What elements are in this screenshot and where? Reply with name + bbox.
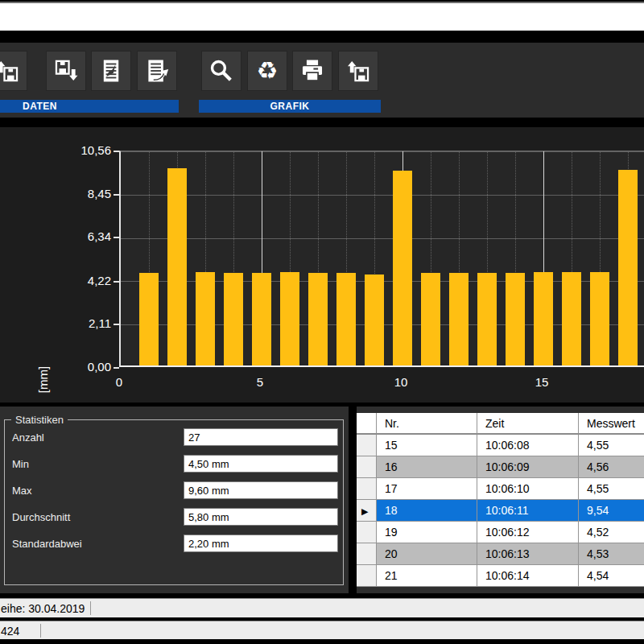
cell-zeit[interactable]: 10:06:10 xyxy=(477,478,579,500)
chart-bar[interactable] xyxy=(590,272,609,365)
stat-value-anzahl[interactable] xyxy=(184,428,338,446)
table-row[interactable]: 1710:06:104,55 xyxy=(357,478,644,500)
export-data-button[interactable] xyxy=(91,51,131,91)
application-window: DATEN♻GRAFIK [mm] 10,568,456,344,222,110… xyxy=(0,0,644,644)
row-header-cell[interactable] xyxy=(357,435,377,456)
status-separator xyxy=(40,624,41,638)
cell-zeit[interactable]: 10:06:12 xyxy=(477,522,579,543)
status-separator xyxy=(90,601,91,615)
stat-value-min[interactable] xyxy=(184,455,338,473)
statistics-groupbox: Statistiken AnzahlMinMaxDurchschnittStan… xyxy=(4,419,344,585)
cell-zeit[interactable]: 10:06:08 xyxy=(477,435,579,456)
measurement-table: Nr.ZeitMesswert1510:06:084,551610:06:094… xyxy=(357,413,644,587)
row-header-cell[interactable] xyxy=(357,478,377,500)
cell-messwert[interactable]: 4,55 xyxy=(579,435,644,456)
y-tick-mark xyxy=(114,367,119,369)
chart-bar[interactable] xyxy=(393,171,412,365)
series-date-text: eihe: 30.04.2019 xyxy=(1,602,85,615)
chart-bar[interactable] xyxy=(167,168,187,365)
chart-bar[interactable] xyxy=(618,170,638,365)
chart-bar[interactable] xyxy=(506,273,525,365)
cell-zeit[interactable]: 10:06:14 xyxy=(477,565,579,587)
column-header-messwert[interactable]: Messwert xyxy=(579,413,644,435)
row-header-cell[interactable] xyxy=(357,543,377,565)
table-row[interactable]: 1610:06:094,56 xyxy=(357,456,644,478)
table-row[interactable]: ▶1810:06:119,54 xyxy=(357,500,644,522)
current-row-icon: ▶ xyxy=(361,506,368,516)
table-row[interactable]: 2110:06:144,54 xyxy=(357,565,644,587)
report-button[interactable] xyxy=(137,51,177,91)
cell-nr[interactable]: 15 xyxy=(377,435,477,456)
cell-nr[interactable]: 20 xyxy=(377,543,477,565)
stat-value-durchschnitt[interactable] xyxy=(184,508,338,526)
plot-area[interactable] xyxy=(119,151,644,367)
chart-bar[interactable] xyxy=(449,273,469,365)
cell-messwert[interactable]: 4,55 xyxy=(579,478,644,500)
cell-messwert[interactable]: 4,56 xyxy=(579,456,644,478)
floppy-up-icon xyxy=(345,57,372,85)
chart-bar[interactable] xyxy=(224,273,243,365)
table-header-row: Nr.ZeitMesswert xyxy=(357,413,644,435)
row-selector-arrow[interactable]: ▶ xyxy=(357,500,377,522)
chart-bar[interactable] xyxy=(280,272,299,365)
chart-bar[interactable] xyxy=(252,273,271,365)
table-row[interactable]: 1910:06:124,52 xyxy=(357,522,644,543)
cell-nr[interactable]: 18 xyxy=(377,500,477,522)
save-data-button[interactable] xyxy=(46,51,86,91)
magnifier-icon xyxy=(208,57,235,85)
h-gridline xyxy=(121,238,644,239)
save-graphic-button[interactable] xyxy=(338,51,378,91)
refresh-button[interactable]: ♻ xyxy=(247,51,287,91)
y-tick-mark xyxy=(114,324,119,325)
cell-nr[interactable]: 16 xyxy=(377,456,477,478)
chart-bar[interactable] xyxy=(336,273,356,365)
zoom-button[interactable] xyxy=(201,51,242,91)
cell-zeit[interactable]: 10:06:09 xyxy=(477,456,579,478)
load-data-button[interactable] xyxy=(0,51,27,91)
chart-bar[interactable] xyxy=(365,275,384,365)
chart-bar[interactable] xyxy=(477,273,497,365)
toolbar-group-label-daten: DATEN xyxy=(0,100,179,113)
device-id-text: 424 xyxy=(1,625,19,638)
column-header-zeit[interactable]: Zeit xyxy=(477,413,579,435)
print-button[interactable] xyxy=(292,51,332,91)
y-tick-mark xyxy=(114,281,119,283)
stat-value-standardabwei[interactable] xyxy=(184,535,338,552)
chart-bar[interactable] xyxy=(308,273,328,365)
statistics-groupbox-title: Statistiken xyxy=(11,414,68,426)
row-header-cell[interactable] xyxy=(357,565,377,587)
x-tick-label: 15 xyxy=(526,375,558,389)
chart-bar[interactable] xyxy=(534,272,553,365)
cell-messwert[interactable]: 4,53 xyxy=(579,543,644,565)
cell-messwert[interactable]: 9,54 xyxy=(579,500,644,522)
table-row[interactable]: 1510:06:084,55 xyxy=(357,435,644,456)
floppy-up-icon xyxy=(0,57,21,85)
y-tick-label: 6,34 xyxy=(39,229,111,243)
chart-bar[interactable] xyxy=(562,272,581,365)
y-tick-label: 8,45 xyxy=(39,187,111,200)
row-header-cell[interactable] xyxy=(357,522,377,543)
y-tick-mark xyxy=(114,151,119,152)
cell-messwert[interactable]: 4,52 xyxy=(579,522,644,543)
table-row[interactable]: 2010:06:134,53 xyxy=(357,543,644,565)
chart-bar[interactable] xyxy=(139,273,159,365)
row-header-cell[interactable] xyxy=(357,456,377,478)
cell-zeit[interactable]: 10:06:11 xyxy=(477,500,579,522)
y-tick-label: 0,00 xyxy=(39,360,111,374)
divider xyxy=(0,31,644,43)
column-header-nr[interactable]: Nr. xyxy=(377,413,477,435)
x-tick-label: 5 xyxy=(244,375,276,389)
toolbar-group-label-grafik: GRAFIK xyxy=(199,100,381,113)
cell-messwert[interactable]: 4,54 xyxy=(579,565,644,587)
window-title-strip xyxy=(0,2,644,31)
chart-bar[interactable] xyxy=(421,273,440,365)
document-export-icon xyxy=(97,57,125,85)
cell-nr[interactable]: 21 xyxy=(377,565,477,587)
stat-label-anzahl: Anzahl xyxy=(12,431,44,444)
floppy-down-icon xyxy=(52,57,80,85)
cell-nr[interactable]: 19 xyxy=(377,522,477,543)
chart-bar[interactable] xyxy=(196,272,215,365)
stat-value-max[interactable] xyxy=(184,481,338,499)
cell-nr[interactable]: 17 xyxy=(377,478,477,500)
cell-zeit[interactable]: 10:06:13 xyxy=(477,543,579,565)
